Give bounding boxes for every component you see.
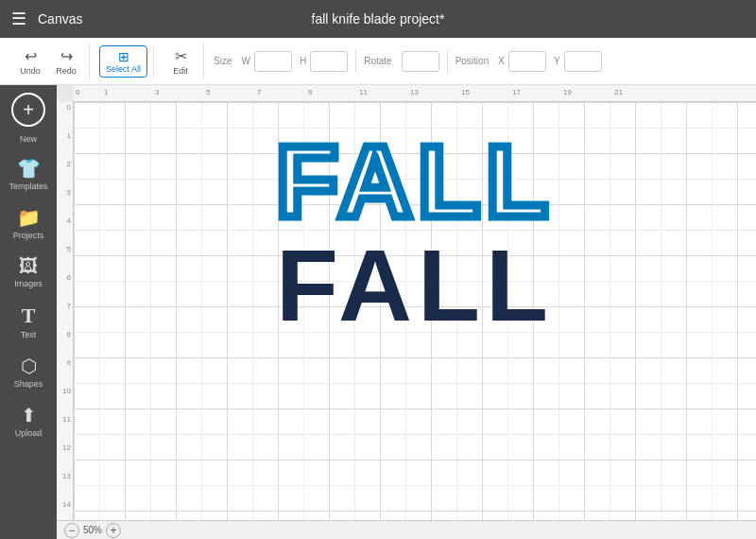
main-layout: + New 👕 Templates 📁 Projects 🖼 Images T … xyxy=(0,85,756,539)
x-input-group: X xyxy=(498,51,546,72)
ruler-mark-21: 21 xyxy=(614,88,623,96)
sidebar: + New 👕 Templates 📁 Projects 🖼 Images T … xyxy=(0,85,57,539)
undo-redo-group: ↩ Undo ↪ Redo xyxy=(8,43,90,79)
shapes-label: Shapes xyxy=(14,379,43,389)
ruler-mark-15: 15 xyxy=(461,88,470,96)
ruler-v-12: 12 xyxy=(62,444,71,452)
size-group: Size W H Rotate Position X Y xyxy=(208,50,748,73)
ruler-mark-1: 1 xyxy=(104,88,108,96)
menu-icon[interactable]: ☰ xyxy=(11,9,26,29)
y-input-group: Y xyxy=(554,51,602,72)
toolbar: ↩ Undo ↪ Redo ⊞ Select All ✂ Edit Size W… xyxy=(0,38,756,85)
new-label: New xyxy=(20,134,37,144)
bottom-bar: − 50% + xyxy=(57,520,756,539)
ruler-v-1: 1 xyxy=(67,132,71,140)
x-input[interactable] xyxy=(508,51,546,72)
ruler-mark-7: 7 xyxy=(257,88,261,96)
design-content: FALL FALL xyxy=(74,102,756,520)
undo-button[interactable]: ↩ Undo xyxy=(13,43,47,79)
ruler-top: 0 1 3 5 7 9 11 13 15 17 19 21 xyxy=(74,85,756,102)
text-label: Text xyxy=(21,330,37,339)
position-label: Position xyxy=(455,56,490,66)
height-input[interactable] xyxy=(310,51,348,72)
rotate-label: Rotate xyxy=(364,56,391,66)
ruler-mark-9: 9 xyxy=(308,88,312,96)
undo-label: Undo xyxy=(20,66,41,76)
new-icon: + xyxy=(23,100,34,119)
ruler-v-0: 0 xyxy=(67,104,71,112)
ruler-v-4: 4 xyxy=(67,217,71,225)
edit-label: Edit xyxy=(173,66,188,76)
edit-icon: ✂ xyxy=(175,47,187,65)
ruler-v-10: 10 xyxy=(62,388,71,395)
rotate-input[interactable] xyxy=(402,51,439,72)
zoom-out-button[interactable]: − xyxy=(64,523,79,538)
w-label: W xyxy=(241,56,249,66)
canvas-area[interactable]: 0 1 3 5 7 9 11 13 15 17 19 21 0 1 2 3 4 … xyxy=(57,85,756,539)
edit-button[interactable]: ✂ Edit xyxy=(163,43,198,79)
ruler-v-14: 14 xyxy=(62,501,71,509)
select-all-button[interactable]: ⊞ Select All xyxy=(99,45,147,78)
ruler-v-9: 9 xyxy=(67,359,71,367)
sidebar-item-text[interactable]: T Text xyxy=(3,298,54,345)
h-label: H xyxy=(300,56,306,66)
images-icon: 🖼 xyxy=(19,255,38,277)
ruler-left: 0 1 2 3 4 5 6 7 8 9 10 11 12 13 14 xyxy=(57,102,74,520)
ruler-mark-19: 19 xyxy=(563,88,572,96)
ruler-v-11: 11 xyxy=(62,416,71,424)
x-label: X xyxy=(498,56,505,66)
shapes-icon: ⬡ xyxy=(21,355,37,377)
ruler-mark-3: 3 xyxy=(155,88,159,96)
templates-icon: 👕 xyxy=(17,157,41,180)
project-title: fall knife blade project* xyxy=(312,11,445,26)
projects-icon: 📁 xyxy=(17,206,41,229)
redo-button[interactable]: ↪ Redo xyxy=(49,43,83,79)
select-all-label: Select All xyxy=(106,64,141,74)
upload-icon: ⬆ xyxy=(21,404,37,426)
ruler-mark-17: 17 xyxy=(512,88,521,96)
redo-icon: ↪ xyxy=(60,47,73,65)
sidebar-item-projects[interactable]: 📁 Projects xyxy=(3,200,54,246)
ruler-mark-11: 11 xyxy=(359,88,368,96)
templates-label: Templates xyxy=(9,182,47,191)
y-input[interactable] xyxy=(564,51,602,72)
ruler-v-13: 13 xyxy=(62,473,71,480)
fall-solid-text: FALL xyxy=(276,235,554,337)
ruler-v-3: 3 xyxy=(67,189,71,197)
images-label: Images xyxy=(14,279,43,288)
upload-label: Upload xyxy=(15,428,43,438)
size-label: Size xyxy=(214,56,232,66)
projects-label: Projects xyxy=(13,231,44,240)
divider xyxy=(355,50,356,73)
text-icon: T xyxy=(22,304,36,328)
edit-group: ✂ Edit xyxy=(158,43,204,79)
new-button[interactable]: + xyxy=(11,93,45,127)
divider2 xyxy=(447,50,448,73)
sidebar-item-templates[interactable]: 👕 Templates xyxy=(3,151,54,197)
ruler-v-8: 8 xyxy=(67,331,71,339)
ruler-mark-13: 13 xyxy=(410,88,419,96)
zoom-in-button[interactable]: + xyxy=(106,523,121,538)
zoom-level: 50% xyxy=(83,525,102,535)
ruler-v-6: 6 xyxy=(67,274,71,282)
fall-outline-text: FALL xyxy=(276,130,554,233)
sidebar-item-upload[interactable]: ⬆ Upload xyxy=(3,398,54,443)
width-input-group: W xyxy=(241,51,291,72)
height-input-group: H xyxy=(300,51,348,72)
ruler-mark-0: 0 xyxy=(76,88,79,96)
top-bar: ☰ Canvas fall knife blade project* xyxy=(0,0,756,38)
ruler-v-2: 2 xyxy=(67,161,71,168)
select-all-group: ⊞ Select All xyxy=(94,45,154,78)
y-label: Y xyxy=(554,56,560,66)
ruler-mark-5: 5 xyxy=(206,88,210,96)
select-all-icon: ⊞ xyxy=(118,49,129,64)
ruler-v-7: 7 xyxy=(67,303,71,310)
app-title: Canvas xyxy=(38,11,82,26)
width-input[interactable] xyxy=(254,51,292,72)
ruler-v-5: 5 xyxy=(67,246,71,253)
sidebar-item-shapes[interactable]: ⬡ Shapes xyxy=(3,349,54,394)
redo-label: Redo xyxy=(56,66,77,76)
sidebar-item-images[interactable]: 🖼 Images xyxy=(3,250,54,294)
undo-icon: ↩ xyxy=(25,47,37,65)
